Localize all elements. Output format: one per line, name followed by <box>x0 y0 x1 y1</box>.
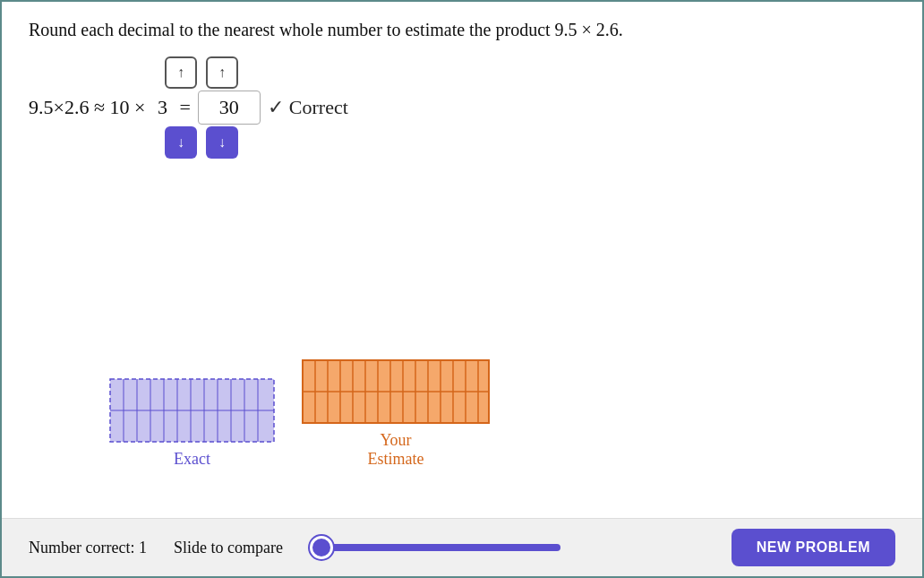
bottom-bar: Number correct: 1 Slide to compare NEW P… <box>2 518 922 576</box>
slide-to-compare-label: Slide to compare <box>174 539 283 557</box>
estimate-label: Your Estimate <box>368 431 424 469</box>
exact-grid-container: Exact <box>109 378 275 469</box>
new-problem-button[interactable]: NEW PROBLEM <box>732 529 895 566</box>
equals-sign: = <box>175 96 191 119</box>
up-arrow-btn-1[interactable]: ↑ <box>165 56 197 89</box>
number-correct-text: Number correct: 1 <box>29 539 147 557</box>
up-arrow-icon-1: ↑ <box>177 65 184 81</box>
value-2: 3 <box>158 96 167 119</box>
down-arrow-btn-1[interactable]: ↓ <box>165 126 197 159</box>
estimate-grid-container: Your Estimate <box>302 359 490 469</box>
result-display: 30 <box>198 91 261 125</box>
correct-feedback: ✓ Correct <box>268 96 348 119</box>
slider-container[interactable] <box>310 544 705 551</box>
question-text: Round each decimal to the nearest whole … <box>29 20 895 40</box>
slider-track[interactable] <box>310 544 560 551</box>
correct-word: Correct <box>289 96 348 119</box>
down-arrow-btn-2[interactable]: ↓ <box>206 126 238 159</box>
grids-area: Exact Your Estimate <box>109 359 490 469</box>
estimate-grid <box>302 359 490 424</box>
exact-grid <box>109 378 275 443</box>
down-arrow-icon-1: ↓ <box>177 134 184 151</box>
equation-left: 9.5×2.6 ≈ 10 × <box>29 96 150 119</box>
slider-thumb[interactable] <box>310 536 333 559</box>
up-arrow-btn-2[interactable]: ↑ <box>206 56 238 89</box>
checkmark-icon: ✓ <box>268 96 284 119</box>
exact-label: Exact <box>174 450 210 469</box>
down-arrow-icon-2: ↓ <box>218 134 226 151</box>
up-arrow-icon-2: ↑ <box>218 65 226 81</box>
